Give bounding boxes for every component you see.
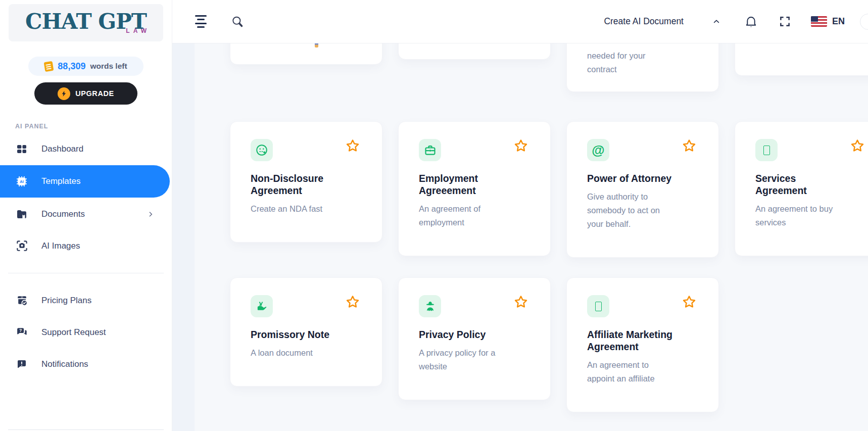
card-icon-tile: @ — [587, 139, 609, 161]
card-icon-tile — [587, 295, 609, 317]
star-icon[interactable] — [849, 138, 865, 154]
card-description: Give authority to somebody to act on you… — [587, 190, 698, 231]
sidebar-nav: Dashboard AI Templates Documents AI Imag… — [0, 133, 172, 262]
template-card[interactable]: Promissory Note A loan document — [230, 277, 382, 387]
sidebar-section-label: AI PANEL — [15, 123, 172, 130]
card-title: Services Agreement — [755, 172, 864, 197]
partial-template-card[interactable]: needed for your contract — [566, 43, 719, 92]
create-ai-document-label: Create AI Document — [604, 16, 684, 27]
template-card[interactable]: Affiliate Marketing Agreement An agreeme… — [566, 277, 719, 412]
ai-images-icon — [15, 240, 28, 253]
sidebar-item-label: AI Images — [41, 241, 80, 251]
card-title: Privacy Policy — [419, 328, 527, 341]
ai-chip-icon: AI — [15, 175, 28, 188]
sidebar-item-label: Support Request — [41, 327, 106, 338]
sidebar-item-support-request[interactable]: ? Support Request — [0, 316, 172, 348]
sidebar-bottom-divider — [8, 429, 164, 430]
sidebar-nav-secondary: Pricing Plans ? Support Request Notifica… — [0, 284, 172, 380]
paper-icon — [44, 61, 54, 71]
templates-grid: needed for your contract Non-Disclosure … — [172, 43, 868, 431]
star-icon[interactable] — [513, 294, 529, 310]
sidebar-item-dashboard[interactable]: Dashboard — [0, 133, 172, 165]
documents-icon — [15, 208, 28, 221]
star-icon[interactable] — [345, 294, 361, 310]
card-icon-tile — [251, 139, 273, 161]
sidebar-item-label: Notifications — [41, 359, 88, 369]
top-header: Create AI Document EN — [172, 0, 868, 43]
card-description: needed for your contract — [587, 49, 646, 76]
logo-text: CHAT GPT — [25, 11, 147, 32]
briefcase-icon — [423, 143, 437, 157]
card-description: A loan document — [251, 346, 362, 360]
words-count: 88,309 — [58, 61, 85, 72]
card-icon-tile — [251, 295, 273, 317]
sidebar-divider — [8, 273, 164, 273]
template-card[interactable]: Non-Disclosure Agreement Create an NDA f… — [230, 121, 382, 243]
card-description: An agreement to buy services — [755, 202, 866, 229]
card-title: Affiliate Marketing Agreement — [587, 328, 696, 353]
sidebar-item-label: Pricing Plans — [41, 296, 91, 306]
card-description: An agreement to appoint an affiliate — [587, 358, 698, 386]
words-left-badge: 88,309 words left — [28, 57, 143, 76]
hamburger-icon[interactable] — [195, 15, 207, 28]
star-icon[interactable] — [681, 294, 697, 310]
hand-coins-icon — [255, 299, 269, 313]
app-logo[interactable]: CHAT GPT LAW — [9, 4, 163, 41]
sidebar: CHAT GPT LAW 88,309 words left UPGRADE A… — [0, 0, 172, 431]
upgrade-label: UPGRADE — [75, 89, 114, 98]
create-ai-document-dropdown[interactable]: Create AI Document — [604, 16, 721, 27]
lightning-icon — [58, 87, 70, 100]
svg-text:?: ? — [19, 328, 21, 333]
bell-icon[interactable] — [744, 15, 758, 28]
sidebar-item-label: Documents — [41, 209, 85, 219]
card-icon-tile — [419, 139, 441, 161]
partial-template-card[interactable] — [398, 43, 551, 60]
at-symbol-icon: @ — [592, 143, 604, 157]
notifications-icon — [15, 358, 28, 371]
fullscreen-icon[interactable] — [779, 16, 791, 27]
template-card[interactable]: Employment Agreeement An agreement of em… — [398, 121, 551, 256]
card-icon-tile — [419, 295, 441, 317]
missing-glyph-icon — [763, 146, 770, 155]
card-title: Power of Attorney — [587, 172, 696, 184]
dashboard-icon — [15, 142, 28, 156]
search-icon[interactable] — [230, 15, 244, 28]
template-card[interactable]: @ Power of Attorney Give authority to so… — [566, 121, 719, 258]
muted-face-icon — [255, 143, 269, 157]
star-icon[interactable] — [513, 138, 529, 154]
svg-text:AI: AI — [20, 179, 24, 184]
card-title: Non-Disclosure Agreement — [251, 172, 359, 197]
sidebar-item-templates[interactable]: AI Templates — [0, 165, 170, 198]
clipped-text-fragment — [315, 43, 318, 47]
star-icon[interactable] — [345, 138, 361, 154]
sidebar-item-notifications[interactable]: Notifications — [0, 348, 172, 380]
sidebar-item-label: Dashboard — [41, 144, 83, 154]
language-label: EN — [832, 16, 845, 27]
sidebar-item-ai-images[interactable]: AI Images — [0, 230, 172, 262]
template-card[interactable]: Services Agreement An agreement to buy s… — [735, 121, 868, 256]
partial-template-card[interactable] — [735, 43, 868, 76]
us-flag-icon — [811, 16, 827, 27]
card-title: Promissory Note — [251, 328, 359, 341]
missing-glyph-icon — [595, 302, 602, 311]
pricing-plans-icon — [15, 294, 28, 307]
card-description: Create an NDA fast — [251, 202, 362, 216]
chevron-up-icon — [712, 17, 721, 26]
sidebar-item-label: Templates — [41, 176, 80, 186]
upgrade-button[interactable]: UPGRADE — [34, 82, 137, 105]
support-request-icon: ? — [15, 326, 28, 339]
card-icon-tile — [755, 139, 778, 161]
card-description: An agreement of employment — [419, 202, 530, 229]
spy-icon — [423, 300, 437, 313]
sidebar-item-documents[interactable]: Documents — [0, 198, 172, 230]
partial-template-card[interactable] — [230, 43, 382, 65]
template-card[interactable]: Privacy Policy A privacy policy for a we… — [398, 277, 551, 400]
language-selector[interactable]: EN — [811, 16, 845, 27]
sidebar-item-pricing-plans[interactable]: Pricing Plans — [0, 284, 172, 316]
words-label: words left — [90, 62, 127, 71]
card-title: Employment Agreeement — [419, 172, 527, 197]
star-icon[interactable] — [681, 138, 697, 154]
chevron-right-icon — [147, 210, 155, 218]
card-description: A privacy policy for a website — [419, 346, 530, 373]
